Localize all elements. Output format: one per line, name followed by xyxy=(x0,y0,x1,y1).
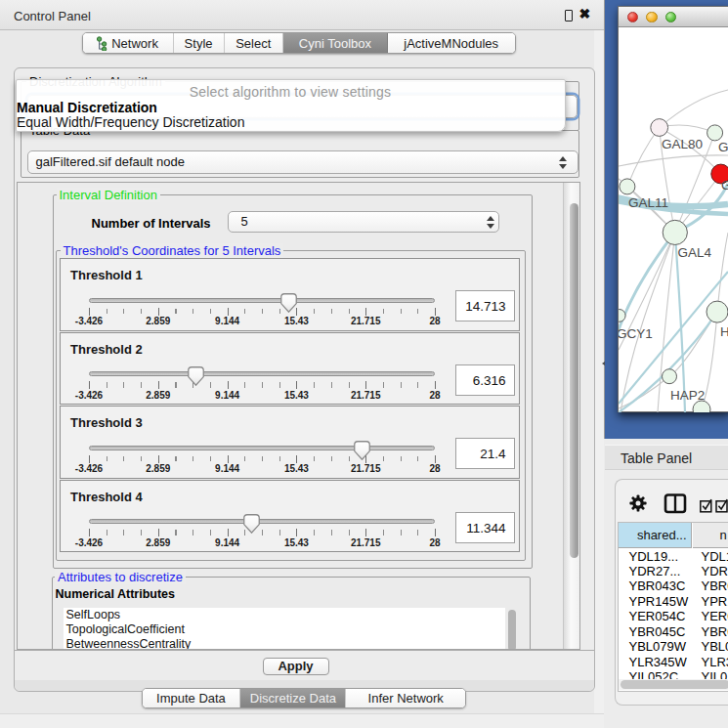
svg-text:GAL11: GAL11 xyxy=(628,195,668,210)
svg-text:GAL4: GAL4 xyxy=(677,245,711,260)
svg-text:HAP2: HAP2 xyxy=(670,387,705,402)
svg-text:GAL80: GAL80 xyxy=(662,137,703,151)
svg-text:G: G xyxy=(721,178,728,193)
svg-text:GA: GA xyxy=(718,139,728,153)
svg-text:GCY1: GCY1 xyxy=(619,325,653,340)
svg-text:H: H xyxy=(720,324,728,339)
